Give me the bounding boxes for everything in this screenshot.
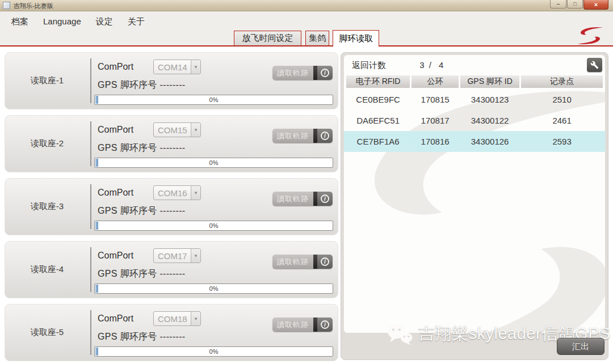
return-count-current: 3 <box>419 60 424 70</box>
app-icon <box>3 2 10 9</box>
reader-slot-name: 读取座-4 <box>5 242 89 298</box>
gps-ring-serial-label: GPS 脚环序号 -------- <box>98 142 185 154</box>
cell-gps-ring-id: 34300122 <box>460 110 519 131</box>
reader-actions: 讀取軌跡 i <box>272 129 333 143</box>
comport-select[interactable]: COM14 ▾ <box>153 60 201 74</box>
window-controls: – □ × <box>550 0 608 10</box>
read-track-button[interactable]: 讀取軌跡 <box>272 255 313 269</box>
info-button[interactable]: i <box>317 192 333 206</box>
cell-gps-ring-id: 34300123 <box>460 89 519 110</box>
wechat-icon <box>385 322 414 346</box>
info-button[interactable]: i <box>317 129 333 143</box>
read-progress-bar: 0% <box>94 158 333 168</box>
results-panel: 返回计数 3 / 4 电子环 RFID 公环 GPS 脚环 ID 记录点 CE0… <box>341 52 608 360</box>
comport-label: ComPort <box>98 62 133 72</box>
read-progress-bar: 0% <box>94 283 333 294</box>
progress-percent: 0% <box>95 285 333 292</box>
info-button[interactable]: i <box>317 255 333 269</box>
minimize-button[interactable]: – <box>550 0 566 9</box>
cell-record-points: 2593 <box>521 131 603 152</box>
info-icon: i <box>321 257 329 266</box>
reader-card-2: 读取座-2 ComPort COM15 ▾ GPS 脚环序号 -------- … <box>5 115 338 172</box>
table-header: 电子环 RFID 公环 GPS 脚环 ID 记录点 <box>346 75 603 88</box>
cell-rfid: CE7BF1A6 <box>346 131 410 152</box>
column-header-record-points[interactable]: 记录点 <box>521 75 603 88</box>
comport-select[interactable]: COM17 ▾ <box>153 248 201 263</box>
comport-select[interactable]: COM18 ▾ <box>153 311 201 326</box>
results-table-area: 返回计数 3 / 4 电子环 RFID 公环 GPS 脚环 ID 记录点 CE0… <box>344 55 605 333</box>
gps-ring-serial-label: GPS 脚环序号 -------- <box>98 79 185 91</box>
tab-basketing[interactable]: 集鸽 <box>305 31 329 46</box>
menu-item-file[interactable]: 档案 <box>6 14 34 29</box>
wrench-icon <box>590 61 599 69</box>
card-divider <box>90 121 91 166</box>
return-count-value: 3 / 4 <box>419 60 443 70</box>
reader-actions: 讀取軌跡 i <box>272 318 333 332</box>
table-row[interactable]: CE0BE9FC 170815 34300123 2510 <box>344 89 605 110</box>
progress-percent: 0% <box>95 348 333 355</box>
reader-card-1: 读取座-1 ComPort COM14 ▾ GPS 脚环序号 -------- … <box>5 52 338 109</box>
read-track-button[interactable]: 讀取軌跡 <box>272 318 313 332</box>
read-track-button[interactable]: 讀取軌跡 <box>272 192 313 206</box>
read-progress-bar: 0% <box>94 95 333 105</box>
column-header-public-ring[interactable]: 公环 <box>412 75 459 88</box>
read-progress-bar: 0% <box>94 221 333 231</box>
tab-release-time-setting[interactable]: 放飞时间设定 <box>234 31 301 46</box>
settings-wrench-button[interactable] <box>587 58 602 72</box>
progress-percent: 0% <box>95 96 333 103</box>
reader-slot-name: 读取座-5 <box>5 304 89 361</box>
read-track-button[interactable]: 讀取軌跡 <box>272 129 313 143</box>
button-divider <box>313 255 317 269</box>
info-icon: i <box>321 69 329 77</box>
reader-slot-name: 读取座-1 <box>5 53 89 109</box>
chevron-down-icon[interactable]: ▾ <box>191 60 200 74</box>
comport-select[interactable]: COM15 ▾ <box>153 122 201 137</box>
comport-label: ComPort <box>98 188 133 198</box>
restore-button[interactable]: □ <box>567 0 583 9</box>
chevron-down-icon[interactable]: ▾ <box>191 123 200 137</box>
cell-rfid: CE0BE9FC <box>346 89 410 110</box>
tab-ring-reading[interactable]: 脚环读取 <box>333 30 379 46</box>
reader-actions: 讀取軌跡 i <box>272 192 333 206</box>
table-row-selected[interactable]: CE7BF1A6 170816 34300126 2593 <box>344 131 605 152</box>
return-count-row: 返回计数 3 / 4 <box>352 60 443 71</box>
info-icon: i <box>321 132 329 140</box>
button-divider <box>313 192 317 206</box>
chevron-down-icon[interactable]: ▾ <box>191 312 200 325</box>
return-count-total: 4 <box>439 60 443 70</box>
gps-ring-serial-label: GPS 脚环序号 -------- <box>98 205 185 217</box>
chevron-down-icon[interactable]: ▾ <box>191 186 200 200</box>
button-divider <box>313 318 317 332</box>
gps-ring-serial-label: GPS 脚环序号 -------- <box>98 331 185 343</box>
cell-public-ring: 170816 <box>412 131 459 152</box>
cell-record-points: 2510 <box>521 89 603 110</box>
cell-record-points: 2461 <box>521 110 603 131</box>
return-count-separator: / <box>429 60 431 70</box>
cell-public-ring: 170817 <box>412 110 459 131</box>
export-button[interactable]: 汇出 <box>557 338 604 355</box>
progress-percent: 0% <box>95 159 333 166</box>
info-button[interactable]: i <box>317 66 333 80</box>
column-header-rfid[interactable]: 电子环 RFID <box>346 75 410 88</box>
comport-select[interactable]: COM16 ▾ <box>153 185 201 200</box>
card-divider <box>90 247 91 292</box>
comport-label: ComPort <box>98 314 133 324</box>
chevron-down-icon[interactable]: ▾ <box>191 249 200 263</box>
info-icon: i <box>321 320 329 329</box>
cell-gps-ring-id: 34300126 <box>460 131 519 152</box>
read-track-button[interactable]: 讀取軌跡 <box>272 66 313 80</box>
menu-item-language[interactable]: Language <box>37 14 87 29</box>
title-bar: 吉翔乐-比赛版 <box>0 0 613 11</box>
comport-label: ComPort <box>98 251 133 261</box>
button-divider <box>313 129 317 143</box>
menu-item-settings[interactable]: 设定 <box>90 14 119 29</box>
info-button[interactable]: i <box>317 318 333 332</box>
table-row[interactable]: DA6EFC51 170817 34300122 2461 <box>344 110 605 131</box>
column-header-gps-ring-id[interactable]: GPS 脚环 ID <box>460 75 519 88</box>
close-button[interactable]: × <box>583 0 608 10</box>
menu-item-about[interactable]: 关于 <box>122 14 150 29</box>
button-divider <box>313 66 317 80</box>
reader-card-5: 读取座-5 ComPort COM18 ▾ GPS 脚环序号 -------- … <box>5 304 338 361</box>
reader-slot-name: 读取座-3 <box>5 179 89 235</box>
comport-label: ComPort <box>98 125 133 135</box>
